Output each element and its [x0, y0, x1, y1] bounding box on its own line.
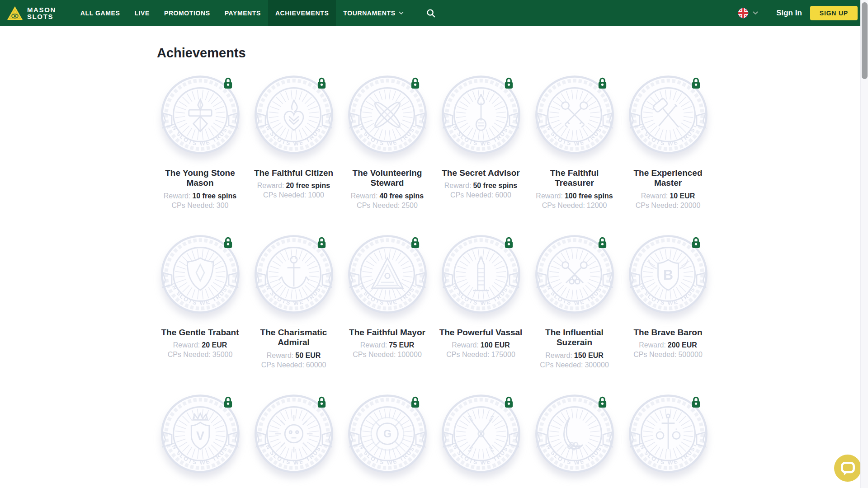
achievement-medallion: IN SLOTS WE TRUST: [347, 74, 428, 155]
nav-item-label: ACHIEVEMENTS: [275, 9, 329, 17]
achievement-cps: CPs Needed:20000: [636, 201, 701, 210]
lock-icon: [316, 396, 327, 408]
achievement-medallion: IN SLOTS WE TRUST: [440, 393, 522, 474]
achievement-cps: CPs Needed:100000: [353, 350, 422, 359]
nav-item-label: PROMOTIONS: [164, 9, 210, 17]
achievement-reward: Reward:10 free spins: [164, 191, 236, 201]
achievement-medallion: IN SLOTS WE TRUST: [440, 74, 522, 155]
sign-in-link[interactable]: Sign In: [776, 9, 802, 18]
cps-value: 300: [217, 202, 229, 209]
nav-item-label: LIVE: [134, 9, 150, 17]
nav-item[interactable]: LIVE: [127, 0, 157, 26]
reward-value: 75 EUR: [389, 341, 414, 349]
achievement-medallion: IN SLOTS WE TRUST: [160, 74, 241, 155]
live-chat-launcher[interactable]: [834, 454, 862, 482]
achievement-card: IN SLOTS WE TRUST The Faithful Treasurer…: [528, 74, 621, 210]
main-nav: ALL GAMES LIVE PROMOTIONS PAYMENTS ACHIE…: [73, 0, 411, 26]
reward-label: Reward:: [536, 192, 563, 200]
nav-item-label: PAYMENTS: [225, 9, 261, 17]
lock-icon: [410, 396, 420, 408]
reward-label: Reward:: [173, 341, 200, 349]
achievement-cps: CPs Needed:175000: [446, 350, 515, 359]
achievement-card: IN SLOTS WE TRUST The Powerful Vassal Re…: [434, 234, 528, 359]
achievement-reward: Reward:75 EUR: [360, 340, 415, 350]
search-button[interactable]: [426, 0, 436, 26]
cps-value: 300000: [585, 361, 609, 369]
nav-item[interactable]: TOURNAMENTS: [336, 0, 410, 26]
cps-value: 1000: [308, 191, 324, 199]
lock-icon: [223, 396, 233, 408]
achievement-card: IN SLOTS WE TRUST The Faithful Citizen R…: [247, 74, 340, 200]
lock-icon: [691, 236, 701, 249]
achievement-cps: CPs Needed:300: [172, 201, 229, 210]
achievement-title: The Influential Suzerain: [528, 328, 621, 348]
reward-value: 100 EUR: [481, 341, 510, 349]
achievement-medallion: IN SLOTS WE TRUST: [440, 234, 522, 315]
achievement-card: V IN SLOTS WE TRUST: [153, 393, 247, 487]
reward-label: Reward:: [164, 192, 191, 200]
nav-item-label: TOURNAMENTS: [343, 9, 395, 17]
lock-icon: [410, 236, 420, 249]
reward-label: Reward:: [351, 192, 378, 200]
cps-value: 20000: [680, 202, 701, 209]
reward-value: 20 EUR: [202, 341, 227, 349]
achievements-page: Achievements IN SLOTS WE TRUST: [153, 46, 715, 487]
reward-value: 50 EUR: [295, 352, 321, 359]
lock-icon: [597, 236, 608, 249]
lock-icon: [316, 77, 327, 89]
nav-item[interactable]: PROMOTIONS: [157, 0, 217, 26]
lock-icon: [223, 236, 233, 249]
achievement-reward: Reward:100 free spins: [536, 191, 613, 201]
cps-value: 2500: [401, 202, 418, 209]
reward-value: 200 EUR: [668, 341, 697, 349]
brand-logo[interactable]: MASON SLOTS: [7, 0, 56, 26]
lock-icon: [316, 236, 327, 249]
achievement-card: IN SLOTS WE TRUST The Secret Advisor Rew…: [434, 74, 528, 200]
achievements-grid: IN SLOTS WE TRUST The Young Stone Mason …: [153, 74, 715, 487]
achievement-card: IN SLOTS WE TRUST The Experienced Master…: [621, 74, 715, 210]
nav-item[interactable]: ALL GAMES: [73, 0, 127, 26]
achievement-card: IN SLOTS WE TRUST: [247, 393, 340, 487]
cps-value: 100000: [397, 351, 421, 358]
nav-item[interactable]: ACHIEVEMENTS: [268, 0, 336, 26]
svg-text:B: B: [663, 267, 673, 282]
achievement-cps: CPs Needed:60000: [261, 360, 326, 370]
achievement-reward: Reward:50 free spins: [444, 181, 517, 190]
reward-value: 20 free spins: [286, 182, 330, 189]
achievement-reward: Reward:200 EUR: [639, 340, 697, 350]
scrollbar-track[interactable]: [860, 0, 868, 488]
language-selector[interactable]: [738, 8, 758, 19]
lock-icon: [504, 77, 514, 89]
reward-value: 10 EUR: [670, 192, 695, 200]
reward-label: Reward:: [639, 341, 666, 349]
reward-value: 100 free spins: [565, 192, 613, 200]
lock-icon: [504, 396, 514, 408]
scrollbar-thumb[interactable]: [862, 2, 868, 79]
achievement-card: IN SLOTS WE TRUST The Volunteering Stewa…: [340, 74, 434, 210]
achievement-card: IN SLOTS WE TRUST: [434, 393, 528, 487]
achievement-medallion: IN SLOTS WE TRUST: [534, 234, 615, 315]
sign-up-button[interactable]: SIGN UP: [810, 6, 858, 20]
reward-value: 150 EUR: [574, 352, 604, 359]
nav-item[interactable]: PAYMENTS: [217, 0, 268, 26]
achievement-medallion: IN SLOTS WE TRUST: [253, 393, 335, 474]
reward-value: 10 free spins: [192, 192, 236, 200]
achievement-medallion: V IN SLOTS WE TRUST: [160, 393, 241, 474]
top-navigation-bar: MASON SLOTS ALL GAMES LIVE PROMOTIONS PA…: [0, 0, 868, 26]
achievement-medallion: IN SLOTS WE TRUST: [534, 74, 615, 155]
cps-label: CPs Needed:: [263, 191, 306, 199]
cps-value: 35000: [212, 351, 233, 358]
achievement-card: G IN SLOTS WE TRUST: [340, 393, 434, 487]
reward-label: Reward:: [360, 341, 387, 349]
uk-flag-icon: [738, 8, 749, 19]
search-icon: [426, 8, 436, 18]
cps-value: 60000: [306, 361, 326, 369]
cps-label: CPs Needed:: [633, 351, 676, 358]
reward-label: Reward:: [545, 352, 572, 359]
svg-text:V: V: [196, 429, 204, 443]
chat-bubble-icon: [834, 454, 862, 482]
achievement-medallion: IN SLOTS WE TRUST: [253, 234, 335, 315]
reward-label: Reward:: [452, 341, 479, 349]
achievement-reward: Reward:50 EUR: [267, 351, 321, 360]
achievement-cps: CPs Needed:35000: [168, 350, 233, 359]
